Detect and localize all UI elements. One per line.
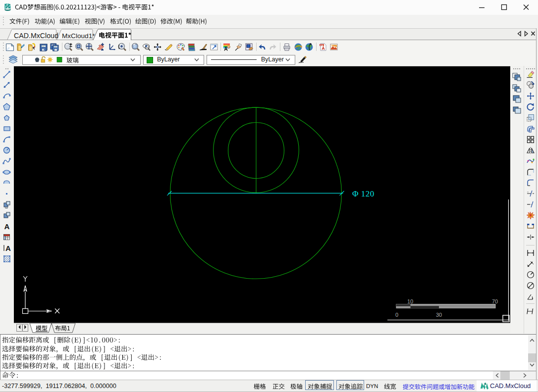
svg-text:CAD.MxCloud: CAD.MxCloud	[14, 32, 58, 40]
svg-text:Φ 120: Φ 120	[352, 189, 375, 198]
svg-text:10: 10	[407, 298, 413, 304]
svg-text:A: A	[4, 222, 10, 231]
svg-text:30: 30	[436, 312, 442, 318]
svg-text:MxCloud1*: MxCloud1*	[62, 32, 95, 40]
svg-text:A: A	[5, 244, 11, 252]
svg-text:0: 0	[395, 312, 398, 318]
svg-text:PDF: PDF	[320, 45, 324, 47]
svg-text:70: 70	[492, 298, 498, 304]
